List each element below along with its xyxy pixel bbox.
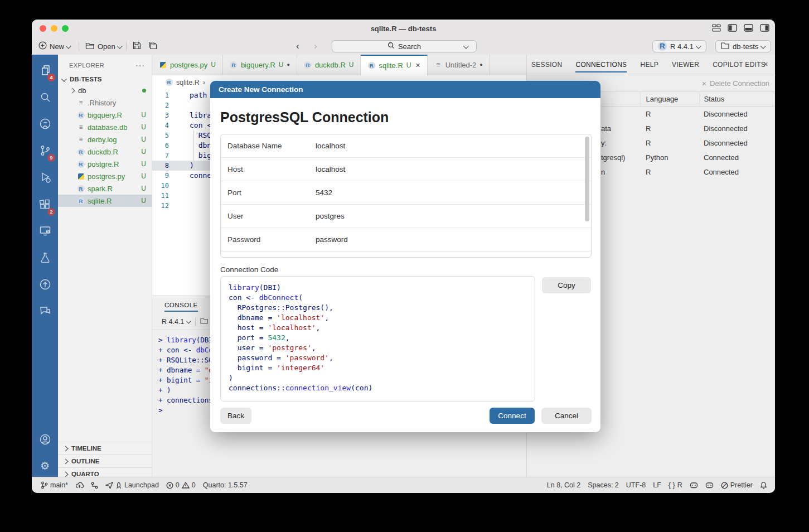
tab-session[interactable]: SESSION xyxy=(531,61,562,69)
form-scrollbar[interactable] xyxy=(585,137,589,221)
r-file-icon: R xyxy=(304,61,312,69)
console-runtime-selector[interactable]: R 4.4.1 xyxy=(162,318,191,326)
port-field[interactable]: 5432 xyxy=(316,188,332,197)
section-outline[interactable]: OUTLINE xyxy=(58,454,152,467)
copilot-edits-button[interactable] xyxy=(705,482,714,489)
tab-bigquery[interactable]: R bigquery.RU● xyxy=(223,55,297,75)
language-mode[interactable]: { }R xyxy=(668,481,682,489)
eol-setting[interactable]: LF xyxy=(653,481,661,489)
close-tab-icon[interactable]: × xyxy=(416,61,420,70)
interpreter-selector[interactable]: R R 4.4.1 xyxy=(652,40,706,52)
sidebar-item-remote-explorer[interactable] xyxy=(32,221,58,240)
cursor-position[interactable]: Ln 8, Col 2 xyxy=(547,481,580,489)
chevron-down-icon xyxy=(760,43,766,49)
tab-help[interactable]: HELP xyxy=(640,61,658,69)
save-button[interactable] xyxy=(133,40,141,52)
code-line: password = 'password', xyxy=(229,353,527,363)
r-file-icon: R xyxy=(77,197,85,205)
tree-item-spark[interactable]: R spark.R U xyxy=(58,182,152,195)
tab-connections[interactable]: CONNECTIONS xyxy=(575,61,627,72)
prettier-indicator[interactable]: Prettier xyxy=(721,481,753,489)
tab-copilot-edits[interactable]: COPILOT EDITS xyxy=(713,61,766,69)
branch-indicator[interactable]: main* xyxy=(41,481,68,489)
toggle-bottom-panel-icon[interactable] xyxy=(744,24,753,32)
r-file-icon: R xyxy=(77,111,85,119)
cancel-button[interactable]: Cancel xyxy=(541,408,592,424)
navigate-back-button[interactable]: ‹ xyxy=(296,40,299,52)
encoding-setting[interactable]: UTF-8 xyxy=(626,481,646,489)
r-file-icon: R xyxy=(230,61,238,69)
tree-item-sqlite-selected[interactable]: R sqlite.R U xyxy=(58,195,152,207)
code-line: host = 'localhost', xyxy=(229,323,527,333)
sync-changes-button[interactable] xyxy=(75,482,84,489)
sidebar-item-github[interactable] xyxy=(32,114,58,133)
code-line: port = 5432, xyxy=(229,333,527,343)
plus-circle-icon xyxy=(38,41,47,51)
search-placeholder: Search xyxy=(398,42,421,51)
open-button[interactable]: Open xyxy=(85,40,122,52)
code-line: connections::connection_view(con) xyxy=(229,383,527,393)
sidebar-item-extensions[interactable]: 2 xyxy=(32,195,58,214)
tab-postgres-py[interactable]: postgres.pyU xyxy=(152,55,223,75)
more-actions-icon[interactable]: ··· xyxy=(135,61,145,70)
sidebar-item-testing[interactable] xyxy=(32,248,58,267)
navigate-forward-button[interactable]: › xyxy=(314,40,317,52)
tree-item-db[interactable]: db xyxy=(58,84,152,96)
problems-indicator[interactable]: 0 0 xyxy=(166,481,196,489)
save-all-button[interactable] xyxy=(148,40,158,52)
tree-item-database-db[interactable]: ≡ database.db U xyxy=(58,121,152,133)
tree-root-db-tests[interactable]: DB-TESTS xyxy=(58,74,152,84)
connect-button[interactable]: Connect xyxy=(490,408,535,424)
sidebar-item-comments[interactable] xyxy=(32,302,58,321)
r-version-label: R 4.4.1 xyxy=(670,42,694,51)
account-button[interactable] xyxy=(32,430,58,449)
file-icon: ≡ xyxy=(434,61,442,69)
password-field[interactable]: password xyxy=(316,235,348,244)
form-row-partial xyxy=(221,252,591,258)
sidebar-item-source-control[interactable]: 9 xyxy=(32,141,58,160)
launchpad-button[interactable]: Launchpad xyxy=(105,481,159,489)
tree-item-rhistory[interactable]: ≡ .Rhistory xyxy=(58,96,152,109)
toggle-left-panel-icon[interactable] xyxy=(728,24,737,32)
sidebar-item-publish[interactable] xyxy=(32,275,58,294)
workspace-label: db-tests xyxy=(733,42,758,51)
r-file-icon: R xyxy=(367,61,375,69)
sidebar-item-search[interactable] xyxy=(32,88,58,107)
tree-item-duckdb[interactable]: R duckdb.R U xyxy=(58,146,152,158)
dialog-header[interactable]: Create New Connection xyxy=(210,81,600,98)
titlebar: sqlite.R — db-tests xyxy=(32,20,775,38)
section-timeline[interactable]: TIMELINE xyxy=(58,442,152,454)
sidebar-item-run-debug[interactable] xyxy=(32,168,58,187)
copilot-button[interactable] xyxy=(690,482,698,489)
toggle-right-panel-icon[interactable] xyxy=(760,24,769,32)
tab-viewer[interactable]: VIEWER xyxy=(672,61,699,69)
tree-item-bigquery[interactable]: R bigquery.R U xyxy=(58,109,152,121)
tab-duckdb[interactable]: R duckdb.RU xyxy=(297,55,361,75)
indentation-setting[interactable]: Spaces: 2 xyxy=(588,481,619,489)
chevron-down-icon xyxy=(117,43,123,49)
customize-layout-icon[interactable] xyxy=(712,24,721,32)
tab-console[interactable]: CONSOLE xyxy=(164,302,198,312)
sidebar-item-explorer[interactable]: 4 xyxy=(32,61,58,80)
error-icon xyxy=(166,482,173,489)
quarto-version[interactable]: Quarto: 1.5.57 xyxy=(203,481,248,489)
workflow-button[interactable] xyxy=(91,482,98,489)
copy-button[interactable]: Copy xyxy=(542,277,591,293)
tab-untitled-2[interactable]: ≡ Untitled-2● xyxy=(428,55,490,75)
search-box[interactable]: Search xyxy=(332,40,477,52)
new-button[interactable]: New xyxy=(38,40,71,52)
tree-item-derby-log[interactable]: ≡ derby.log U xyxy=(58,133,152,146)
tab-sqlite-active[interactable]: R sqlite.RU× xyxy=(361,55,427,75)
database-name-field[interactable]: localhost xyxy=(316,142,345,150)
tree-item-postgre[interactable]: R postgre.R U xyxy=(58,158,152,170)
tree-item-postgres-py[interactable]: postgres.py U xyxy=(58,170,152,182)
host-field[interactable]: localhost xyxy=(316,165,345,173)
back-button[interactable]: Back xyxy=(220,408,251,424)
settings-button[interactable]: ⚙ xyxy=(32,456,58,475)
close-panel-icon[interactable]: × xyxy=(763,59,768,69)
notifications-button[interactable] xyxy=(760,481,767,489)
user-field[interactable]: postgres xyxy=(316,212,345,220)
toolbar: New Open ‹ › Search R R 4.4.1 db-tests xyxy=(32,38,775,55)
workspace-selector[interactable]: db-tests xyxy=(715,40,771,52)
file-icon: ≡ xyxy=(77,123,85,131)
